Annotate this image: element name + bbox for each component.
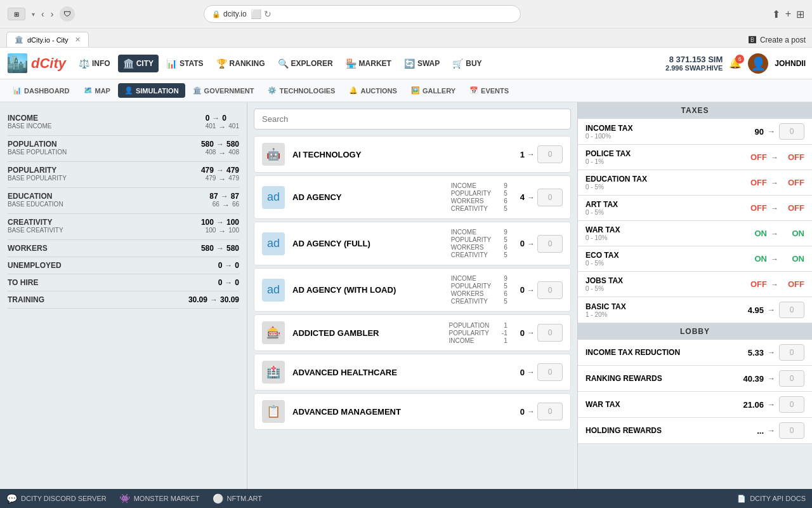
search-input[interactable] — [254, 109, 571, 130]
arrow-icon-sub: → — [218, 123, 226, 131]
browser-tab-dcity[interactable]: 🏛️ dCity.io - City ✕ — [6, 32, 89, 47]
qty-input-ad-agency[interactable] — [537, 189, 563, 206]
new-tab-button[interactable]: + — [785, 8, 791, 20]
qty-input-ad-agency-full[interactable] — [537, 235, 563, 253]
nav-label-market: MARKET — [359, 59, 391, 68]
arrow-icon: → — [216, 218, 224, 227]
footer-api-docs[interactable]: 📄 DCITY API DOCS — [737, 495, 806, 503]
url-bar[interactable]: 🔒 dcity.io ⬜ ↻ — [204, 5, 521, 23]
nav-item-explorer[interactable]: 🔍 EXPLORER — [273, 55, 338, 72]
tax-sublabel-war-tax: 0 - 10% — [586, 234, 745, 241]
back-button[interactable]: ‹ — [41, 9, 44, 19]
forward-button[interactable]: › — [51, 9, 54, 19]
subnav-label-auctions: AUCTIONS — [360, 87, 396, 95]
lobby-arrow: → — [768, 374, 775, 383]
qty-input-ai-technology[interactable] — [537, 145, 563, 163]
nav-item-ranking[interactable]: 🏆 RANKING — [211, 55, 270, 72]
avatar[interactable]: 👤 — [748, 53, 768, 74]
nav-label-city: CITY — [136, 59, 154, 68]
stat-val-from-workers: 580 — [201, 244, 214, 253]
footer-discord[interactable]: 💬 DCITY DISCORD SERVER — [6, 493, 107, 504]
subnav-technologies[interactable]: ⚙️ TECHNOLOGIES — [261, 83, 341, 98]
logo-area[interactable]: 🏙️ dCity — [6, 53, 66, 74]
main-nav: 🏙️ dCity ⚖️ INFO 🏛️ CITY 📊 STATS 🏆 RANKI… — [0, 48, 812, 79]
tech-stats-addicted-gambler: POPULATION1 POPULARITY-1 INCOME1 — [449, 322, 508, 344]
lobby-input-income-tax-reduction[interactable] — [779, 344, 804, 361]
stat-row-popularity: POPULARITY BASE POPULARITY 479 → 479 479… — [8, 162, 239, 188]
lobby-input-war-tax[interactable] — [779, 396, 804, 413]
tax-sublabel-jobs-tax: 0 - 5% — [586, 285, 745, 292]
footer-nftm[interactable]: ⚪ NFTM.ART — [213, 493, 262, 504]
refresh-icon[interactable]: ↻ — [264, 9, 272, 19]
tax-input-income-tax[interactable] — [779, 123, 804, 140]
nav-label-explorer: EXPLORER — [291, 59, 333, 68]
stat-sublabel-education: BASE EDUCATION — [8, 201, 209, 208]
subnav-auctions[interactable]: 🔔 AUCTIONS — [343, 83, 403, 98]
advanced-management-icon: 📋 — [262, 400, 285, 423]
map-icon: 🗺️ — [84, 86, 93, 95]
chevron-down-icon[interactable]: ▾ — [32, 11, 35, 18]
stat-row-population: POPULATION BASE POPULATION 580 → 580 408… — [8, 136, 239, 162]
nav-item-swap[interactable]: 🔄 SWAP — [399, 55, 445, 72]
gallery-icon: 🖼️ — [411, 86, 420, 95]
explorer-icon: 🔍 — [278, 58, 289, 69]
tech-qty-ad-agency-load: 0 → — [520, 281, 563, 299]
qty-input-advanced-management[interactable] — [537, 403, 563, 420]
qty-input-ad-agency-load[interactable] — [537, 281, 563, 299]
tax-input-basic-tax[interactable] — [779, 302, 804, 318]
nav-item-city[interactable]: 🏛️ CITY — [118, 55, 159, 72]
subnav-events[interactable]: 📅 EVENTS — [463, 83, 515, 98]
arrow-icon: → — [216, 140, 224, 149]
lobby-input-holding-rewards[interactable] — [779, 422, 804, 439]
lobby-label-war-tax: WAR TAX — [586, 400, 742, 409]
nav-item-market[interactable]: 🏪 MARKET — [341, 55, 396, 72]
notification-bell[interactable]: 🔔 6 — [729, 57, 742, 69]
arrow-icon: → — [527, 407, 535, 416]
stat-sublabel-population: BASE POPULATION — [8, 149, 201, 156]
tab-close-icon[interactable]: ✕ — [75, 36, 81, 44]
subnav-map[interactable]: 🗺️ MAP — [77, 83, 117, 98]
share-button[interactable]: ⬆ — [772, 8, 780, 20]
subnav-label-technologies: TECHNOLOGIES — [279, 87, 335, 95]
ad-agency-icon: ad — [262, 186, 285, 209]
arrow-icon-sub: → — [218, 149, 226, 157]
tab-bar: 🏛️ dCity.io - City ✕ 🅱 Create a post — [0, 29, 812, 48]
stat-label-population: POPULATION — [8, 140, 201, 149]
lobby-label-income-tax-reduction: INCOME TAX REDUCTION — [586, 348, 742, 357]
qty-input-addicted-gambler[interactable] — [537, 324, 563, 342]
right-panel: TAXES INCOME TAX 0 - 100% 90 → POLICE TA… — [577, 102, 812, 489]
subnav-government[interactable]: 🏛️ GOVERNMENT — [187, 83, 261, 98]
tech-name-advanced-healthcare: ADVANCED HEALTHCARE — [292, 368, 513, 377]
stat-sub-to-creativity: 100 — [228, 227, 239, 236]
subnav-gallery[interactable]: 🖼️ GALLERY — [405, 83, 462, 98]
subnav-label-government: GOVERNMENT — [204, 87, 254, 95]
tech-name-ad-agency-load: AD AGENCY (WITH LOAD) — [292, 285, 443, 295]
create-post-label[interactable]: Create a post — [760, 36, 806, 44]
shield-icon: 🛡 — [60, 6, 75, 22]
footer-monster[interactable]: 👾 MONSTER MARKET — [119, 493, 200, 504]
qty-input-advanced-healthcare[interactable] — [537, 363, 563, 381]
grid-button[interactable]: ⊞ — [796, 8, 804, 20]
tab-label: dCity.io - City — [27, 36, 69, 44]
subnav-simulation[interactable]: 👤 SIMULATION — [118, 83, 185, 98]
nav-item-buy[interactable]: 🛒 BUY — [447, 55, 487, 72]
browser-bar: ⊞ ▾ ‹ › 🛡 🔒 dcity.io ⬜ ↻ ⬆ + ⊞ — [0, 0, 812, 29]
stat-sub-from-income: 401 — [206, 123, 216, 131]
tax-arrow-education-tax: → — [771, 178, 778, 187]
monster-icon: 👾 — [119, 493, 130, 504]
stats-icon: 📊 — [166, 58, 177, 69]
subnav-dashboard[interactable]: 📊 DASHBOARD — [6, 83, 76, 98]
tech-name-ad-agency: AD AGENCY — [292, 192, 443, 202]
nav-item-info[interactable]: ⚖️ INFO — [74, 55, 115, 72]
tax-value-war-tax: ON — [745, 229, 767, 238]
logo-icon: 🏙️ — [6, 53, 29, 74]
stat-label-income: INCOME — [8, 114, 206, 123]
window-icon[interactable]: ⊞ — [8, 8, 25, 20]
nav-item-stats[interactable]: 📊 STATS — [161, 55, 209, 72]
center-panel: 🤖 AI TECHNOLOGY 1 → ad AD AGENCY INCOME9… — [247, 102, 577, 489]
tax-row-jobs-tax: JOBS TAX 0 - 5% OFF → OFF — [578, 272, 812, 297]
lobby-input-ranking-rewards[interactable] — [779, 370, 804, 387]
api-icon: 📄 — [737, 495, 746, 503]
bookmark-icon[interactable]: ⬜ — [251, 9, 261, 19]
stat-sub-from-popularity: 479 — [206, 175, 216, 184]
